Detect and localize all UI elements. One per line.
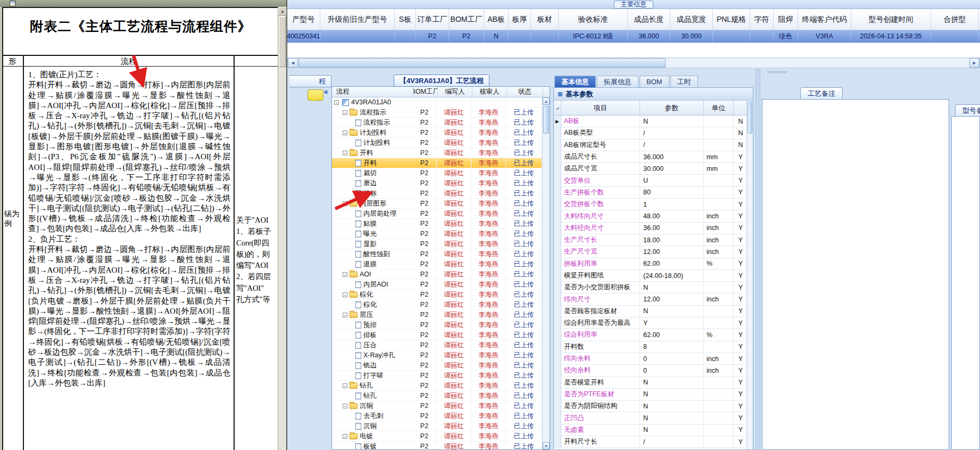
params-row[interactable]: 生产拼板个数80Y	[554, 187, 746, 199]
info-column-header[interactable]: 合拼型	[931, 9, 979, 30]
param-value[interactable]: N	[640, 389, 704, 400]
param-value[interactable]: 0	[640, 365, 704, 376]
info-column-header[interactable]: 字符	[750, 9, 774, 30]
tree-row[interactable]: 计划投料P2谭丽红李海燕已上传	[332, 138, 542, 148]
tree-vertical-scrollbar[interactable]: ▲ ▼	[542, 97, 550, 449]
tree-row[interactable]: 贴膜P2谭丽红李海燕已上传	[332, 219, 542, 229]
param-value[interactable]: 36.000	[640, 151, 704, 162]
drag-grip-icon[interactable]	[768, 71, 787, 73]
info-column-header[interactable]: S板	[395, 9, 416, 30]
tree-expander-icon[interactable]: -	[343, 130, 347, 135]
tree-row[interactable]: -流程指示P2谭丽红李海燕已上传	[332, 108, 542, 118]
tree-row[interactable]: 酸性蚀刻P2谭丽红李海燕已上传	[332, 249, 542, 259]
tree-row[interactable]: -层压P2谭丽红李海燕已上传	[332, 310, 542, 320]
tree-row[interactable]: -钻孔P2谭丽红李海燕已上传	[332, 381, 542, 391]
tree-row[interactable]: 开料P2谭丽红李海燕已上传	[332, 158, 542, 168]
tree-row[interactable]: 内层AOIP2谭丽红李海燕已上传	[332, 280, 542, 290]
params-row[interactable]: 综合利用率是否为最高YY	[554, 317, 746, 329]
params-row[interactable]: 是否顾客指定板材NY	[554, 306, 746, 317]
params-row[interactable]: 是否为阴阳铜结构NY	[554, 400, 746, 412]
tree-expander-icon[interactable]: -	[343, 404, 347, 408]
scroll-down-icon[interactable]: ▼	[543, 442, 550, 449]
params-row[interactable]: 交货拼板个数1Y	[554, 199, 746, 210]
param-value[interactable]: 12.00	[640, 293, 704, 305]
scroll-right-icon[interactable]: ►	[969, 58, 979, 68]
document-titlebar[interactable]	[0, 0, 286, 7]
tree-column-header[interactable]: BOM工厂	[413, 87, 438, 97]
params-vertical-scrollbar[interactable]	[746, 101, 753, 449]
tree-row[interactable]: 退膜P2谭丽红李海燕已上传	[332, 259, 542, 269]
params-row[interactable]: 交货单位UY	[554, 175, 746, 186]
model-notes-panel[interactable]	[951, 116, 980, 450]
params-row[interactable]: 是否横竖开料NY	[554, 377, 746, 389]
scroll-up-icon[interactable]: ▲	[278, 7, 287, 15]
params-row[interactable]: AB板绑定型号/N	[554, 140, 746, 151]
param-value[interactable]: /	[640, 127, 704, 138]
param-value[interactable]: (24.00-18.00)	[640, 270, 704, 281]
params-row[interactable]: 大料纬向尺寸48.00inchY	[554, 210, 746, 222]
scrollbar-thumb[interactable]	[298, 58, 666, 68]
info-column-header[interactable]: PNL规格	[713, 9, 750, 30]
params-row[interactable]: 是否为PTFE板材NY	[554, 389, 746, 400]
info-column-header[interactable]: 成品宽度	[670, 9, 713, 30]
tree-row[interactable]: 板镀P2谭丽红李海燕已上传	[332, 441, 542, 449]
tree-row[interactable]: 曝光P2谭丽红李海燕已上传	[332, 229, 542, 239]
params-column-header[interactable]: 单位	[704, 101, 734, 115]
param-value[interactable]: N	[640, 377, 704, 388]
info-value-row[interactable]: 400250341P2P2NIPC-6012 Ⅱ级36.00030.000绿色V…	[287, 30, 980, 43]
param-value[interactable]: N	[640, 306, 704, 317]
scrollbar-thumb[interactable]	[748, 102, 752, 134]
param-value[interactable]: N	[640, 412, 704, 423]
tree-row[interactable]: 磨边P2谭丽红李海燕已上传	[332, 178, 542, 189]
tree-row[interactable]: 内层前处理P2谭丽红李海燕已上传	[332, 209, 542, 219]
param-value[interactable]: 80	[640, 187, 704, 198]
info-column-header[interactable]: BOM工厂	[449, 9, 484, 30]
params-row[interactable]: 横竖开料图纸(24.00-18.00)Y	[554, 270, 746, 282]
collapse-panel-icon[interactable]: «	[321, 88, 331, 96]
params-row[interactable]: ▶AB板NN	[554, 116, 746, 127]
params-row[interactable]: 纬向尺寸12.00inchY	[554, 293, 746, 305]
process-notes-panel[interactable]	[762, 99, 949, 450]
tree-column-header[interactable]: 核审人	[472, 87, 507, 97]
param-value[interactable]: N	[640, 424, 704, 436]
document-scrollbar[interactable]: ▲	[278, 7, 286, 450]
tree-expander-icon[interactable]: -	[334, 100, 339, 105]
tree-expander-icon[interactable]: -	[343, 272, 347, 277]
param-value[interactable]: 48.00	[640, 210, 704, 222]
tree-row[interactable]: 铣边P2谭丽红李海燕已上传	[332, 361, 542, 371]
tree-row[interactable]: -内层图形P2谭丽红李海燕已上传	[332, 199, 542, 209]
tree-row[interactable]: 打标P2谭丽红李海燕已上传	[332, 189, 542, 199]
tree-row[interactable]: -沉铜P2谭丽红李海燕已上传	[332, 401, 542, 411]
basic-params-section-header[interactable]: 基本参数	[554, 88, 753, 101]
info-column-header[interactable]: 产型号	[287, 9, 320, 30]
tree-row[interactable]: -开料P2谭丽红李海燕已上传	[332, 148, 542, 158]
param-value[interactable]: 1	[640, 199, 704, 210]
tree-row[interactable]: -电镀P2谭丽红李海燕已上传	[332, 431, 542, 441]
tree-expander-icon[interactable]: -	[343, 110, 347, 115]
params-row[interactable]: 生产尺寸长18.00inchY	[554, 234, 746, 246]
tree-expander-icon[interactable]: -	[343, 151, 347, 156]
tree-row[interactable]: -AOIP2谭丽红李海燕已上传	[332, 269, 542, 280]
params-row[interactable]: 正凹凸NY	[554, 412, 746, 424]
tree-row[interactable]: 去毛刺P2谭丽红李海燕已上传	[332, 411, 542, 421]
tree-expander-icon[interactable]: -	[343, 434, 347, 439]
param-value[interactable]: /	[640, 140, 704, 151]
scroll-up-icon[interactable]: ▲	[543, 97, 550, 105]
horizontal-scrollbar[interactable]: ◄ ►	[287, 58, 980, 68]
param-value[interactable]: 12.00	[640, 246, 704, 257]
tree-row[interactable]: -4V3RA01JA0	[332, 97, 542, 108]
tree-expander-icon[interactable]: -	[343, 383, 347, 388]
params-row[interactable]: 综合利用率62.00%Y	[554, 329, 746, 341]
param-value[interactable]: 62.00	[640, 258, 704, 269]
tree-expander-icon[interactable]: -	[343, 313, 347, 317]
tree-panel-title-tab[interactable]: 【4V3RA01JA0】工艺流程	[394, 75, 489, 87]
tree-expander-icon[interactable]: -	[343, 201, 347, 206]
params-tab[interactable]: 工时	[670, 76, 698, 87]
tab-flow-partial[interactable]: 程	[289, 75, 331, 87]
params-column-header[interactable]: 项目	[561, 101, 640, 115]
params-column-header[interactable]: 参数	[640, 101, 704, 115]
tree-row[interactable]: 流程指示P2谭丽红李海燕已上传	[332, 118, 542, 128]
params-tab[interactable]: BOM	[640, 76, 669, 87]
tree-row[interactable]: X-Ray冲孔P2谭丽红李海燕已上传	[332, 350, 542, 361]
tree-column-header[interactable]: 状态	[507, 87, 543, 97]
